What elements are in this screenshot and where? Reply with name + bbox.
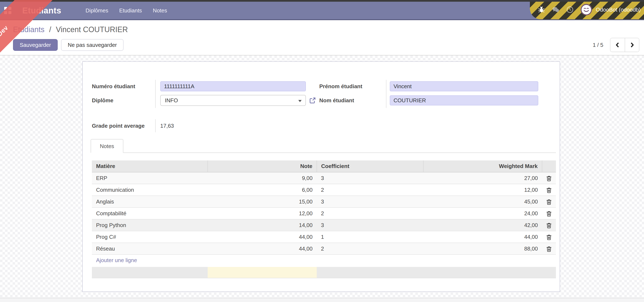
chevron-left-icon <box>615 42 620 48</box>
cell-matiere[interactable]: Communication <box>92 184 208 196</box>
breadcrumb-separator: / <box>49 25 51 34</box>
cell-weighted-mark: 45,00 <box>423 196 542 207</box>
add-line-row: Ajouter une ligne <box>92 254 556 266</box>
numero-etudiant-input[interactable] <box>160 81 306 91</box>
nom-etudiant-label: Nom étudiant <box>319 93 386 108</box>
trash-icon[interactable] <box>546 246 552 252</box>
trash-icon[interactable] <box>546 211 552 217</box>
table-row: Prog C# 44,00 1 44,00 <box>92 231 556 243</box>
prenom-etudiant-label: Prénom étudiant <box>319 80 386 93</box>
cell-matiere[interactable]: Anglais <box>92 196 208 207</box>
pager-value: 1 / 5 <box>592 42 603 48</box>
trash-icon[interactable] <box>546 176 552 181</box>
add-line-link[interactable]: Ajouter une ligne <box>92 254 556 266</box>
cell-matiere[interactable]: Réseau <box>92 243 208 254</box>
cell-note[interactable]: 9,00 <box>208 172 317 184</box>
field-group: Numéro étudiant Prénom étudiant Diplôme … <box>92 80 556 108</box>
cell-coefficient[interactable]: 3 <box>317 172 423 184</box>
cell-coefficient[interactable]: 2 <box>317 207 423 219</box>
cell-weighted-mark: 27,00 <box>423 172 542 184</box>
table-row: Comptabilité 12,00 2 24,00 <box>92 207 556 219</box>
cell-weighted-mark: 42,00 <box>423 219 542 231</box>
messages-icon[interactable] <box>552 6 559 13</box>
gpa-value: 17,63 <box>155 119 556 132</box>
trash-icon[interactable] <box>546 187 552 193</box>
top-strip <box>0 0 644 2</box>
table-header-row: Matière Note Coefficient Weighted Mark <box>92 160 556 172</box>
column-header-actions <box>542 160 556 172</box>
aggregate-footer-row <box>92 266 556 278</box>
gpa-row: Grade point average 17,63 <box>92 119 556 132</box>
cell-note[interactable]: 12,00 <box>208 207 317 219</box>
table-row: Anglais 15,00 3 45,00 <box>92 196 556 207</box>
systray: OdooBot (odoodb) <box>538 0 641 19</box>
pager-next-button[interactable] <box>625 38 639 52</box>
gpa-label: Grade point average <box>92 119 155 132</box>
cell-coefficient[interactable]: 3 <box>317 196 423 207</box>
cell-weighted-mark: 24,00 <box>423 207 542 219</box>
cell-coefficient[interactable]: 2 <box>317 243 423 254</box>
tab-notes[interactable]: Notes <box>90 139 123 153</box>
cell-coefficient[interactable]: 3 <box>317 219 423 231</box>
notes-table: Matière Note Coefficient Weighted Mark E… <box>92 160 556 278</box>
cell-note[interactable]: 15,00 <box>208 196 317 207</box>
column-header-weighted-mark[interactable]: Weighted Mark <box>423 160 542 172</box>
cell-weighted-mark: 44,00 <box>423 231 542 243</box>
internal-link-icon[interactable] <box>309 97 316 104</box>
cell-note[interactable]: 6,00 <box>208 184 317 196</box>
cell-coefficient[interactable]: 2 <box>317 184 423 196</box>
form-view-background: Numéro étudiant Prénom étudiant Diplôme … <box>0 56 644 302</box>
diplome-label: Diplôme <box>92 93 155 108</box>
diplome-select[interactable]: INFO <box>160 95 306 106</box>
discard-button[interactable]: Ne pas sauvegarder <box>61 39 124 51</box>
cell-note[interactable]: 44,00 <box>208 243 317 254</box>
pager-previous-button[interactable] <box>610 38 625 52</box>
activities-clock-icon[interactable] <box>566 6 574 13</box>
cell-matiere[interactable]: ERP <box>92 172 208 184</box>
control-panel: Etudiants / Vincent COUTURIER Sauvegarde… <box>0 20 644 56</box>
bottom-panel-edge <box>0 298 644 302</box>
cell-note[interactable]: 44,00 <box>208 231 317 243</box>
trash-icon[interactable] <box>546 223 552 228</box>
cell-matiere[interactable]: Prog C# <box>92 231 208 243</box>
numero-etudiant-label: Numéro étudiant <box>92 80 155 93</box>
chevron-right-icon <box>630 42 634 48</box>
table-row: ERP 9,00 3 27,00 <box>92 172 556 184</box>
column-header-coefficient[interactable]: Coefficient <box>317 160 423 172</box>
prenom-etudiant-input[interactable] <box>390 81 538 91</box>
table-row: Prog Python 14,00 3 42,00 <box>92 219 556 231</box>
cell-weighted-mark: 12,00 <box>423 184 542 196</box>
nav-menu: Diplômes Etudiants Notes <box>86 7 167 14</box>
column-header-note[interactable]: Note <box>208 160 317 172</box>
cell-matiere[interactable]: Prog Python <box>92 219 208 231</box>
form-sheet: Numéro étudiant Prénom étudiant Diplôme … <box>82 61 560 292</box>
user-menu[interactable]: OdooBot (odoodb) <box>596 7 641 13</box>
nom-etudiant-input[interactable] <box>390 95 538 105</box>
pager: 1 / 5 <box>592 38 640 52</box>
cell-matiere[interactable]: Comptabilité <box>92 207 208 219</box>
breadcrumb: Etudiants / Vincent COUTURIER <box>13 25 640 34</box>
bug-icon[interactable] <box>538 6 545 13</box>
column-header-matiere[interactable]: Matière <box>92 160 208 172</box>
trash-icon[interactable] <box>546 234 552 240</box>
cell-note[interactable]: 14,00 <box>208 219 317 231</box>
cell-coefficient[interactable]: 1 <box>317 231 423 243</box>
cell-weighted-mark: 88,00 <box>423 243 542 254</box>
notebook-tabs: Notes <box>90 139 556 153</box>
caret-down-icon <box>298 100 302 102</box>
app-window: Etudiants Diplômes Etudiants Notes <box>0 0 644 302</box>
table-row: Communication 6,00 2 12,00 <box>92 184 556 196</box>
nav-item-diplomes[interactable]: Diplômes <box>86 7 108 14</box>
save-button[interactable]: Sauvegarder <box>13 39 58 51</box>
nav-item-notes[interactable]: Notes <box>153 7 167 14</box>
table-row: Réseau 44,00 2 88,00 <box>92 243 556 254</box>
user-avatar[interactable] <box>581 4 592 15</box>
note-sum-cell <box>208 266 317 278</box>
breadcrumb-current: Vincent COUTURIER <box>56 25 128 34</box>
trash-icon[interactable] <box>546 199 552 205</box>
nav-item-etudiants[interactable]: Etudiants <box>119 7 142 14</box>
diplome-selected-value: INFO <box>165 97 178 104</box>
